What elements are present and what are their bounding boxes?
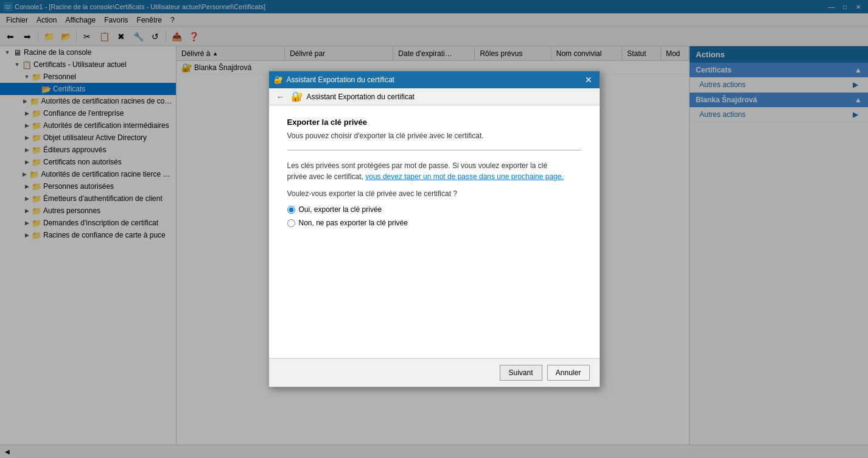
modal-title-bar: 🔐 Assistant Exportation du certificat ✕ [269, 71, 600, 88]
modal-overlay: 🔐 Assistant Exportation du certificat ✕ … [0, 0, 868, 458]
modal-content: Exporter la clé privée Vous pouvez chois… [269, 105, 600, 358]
suivant-button[interactable]: Suivant [500, 365, 542, 381]
modal-cert-nav-icon: 🔐 [291, 91, 303, 102]
radio-oui[interactable] [287, 206, 295, 214]
modal-nav-bar: ← 🔐 Assistant Exportation du certificat [269, 88, 600, 105]
modal-cert-icon: 🔐 [274, 76, 283, 84]
radio-oui-label: Oui, exporter la clé privée [299, 205, 382, 214]
modal-dialog: 🔐 Assistant Exportation du certificat ✕ … [268, 71, 600, 387]
modal-section-title: Exporter la clé privée [287, 118, 581, 127]
modal-close-button[interactable]: ✕ [583, 74, 595, 85]
modal-divider [287, 150, 581, 150]
modal-nav-title: Assistant Exportation du certificat [307, 93, 415, 101]
modal-title-text: Assistant Exportation du certificat [287, 76, 394, 84]
modal-link: vous devez taper un mot de passe dans un… [365, 172, 564, 181]
modal-question: Voulez-vous exporter la clé privée avec … [287, 189, 581, 198]
radio-non-option[interactable]: Non, ne pas exporter la clé privée [287, 219, 581, 227]
annuler-button[interactable]: Annuler [547, 365, 590, 381]
modal-back-button[interactable]: ← [274, 91, 287, 103]
modal-description: Les clés privées sont protégées par mot … [287, 160, 581, 182]
modal-subtitle: Vous pouvez choisir d'exporter la clé pr… [287, 132, 581, 140]
radio-non-label: Non, ne pas exporter la clé privée [299, 219, 408, 227]
radio-non[interactable] [287, 219, 295, 227]
radio-oui-option[interactable]: Oui, exporter la clé privée [287, 205, 581, 214]
modal-footer: Suivant Annuler [269, 358, 600, 387]
